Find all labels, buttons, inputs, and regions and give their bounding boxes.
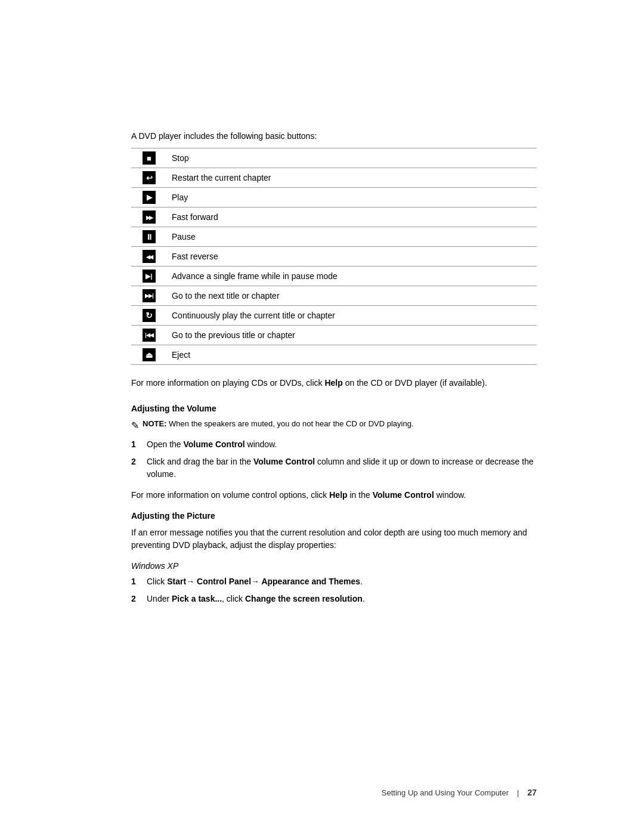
step-text: Under Pick a task..., click Change the s…	[147, 593, 365, 605]
table-row: Eject	[131, 345, 537, 365]
next-title-description: Go to the next title or chapter	[167, 286, 537, 306]
volume-steps-list: 1 Open the Volume Control window. 2 Clic…	[131, 438, 537, 481]
intro-text: A DVD player includes the following basi…	[131, 131, 537, 141]
volume-closing-text: For more information on volume control o…	[131, 489, 537, 501]
step-number: 1	[131, 438, 141, 451]
os-label: Windows XP	[131, 561, 537, 571]
footer-paragraph: For more information on playing CDs or D…	[131, 377, 537, 389]
page-footer: Setting Up and Using Your Computer | 27	[382, 788, 537, 797]
table-row: |◀◀ Go to the previous title or chapter	[131, 326, 537, 345]
list-item: 1 Click Start→ Control Panel→ Appearance…	[131, 575, 537, 588]
restart-icon	[143, 171, 156, 184]
picture-steps-list: 1 Click Start→ Control Panel→ Appearance…	[131, 575, 537, 605]
buttons-table: Stop Restart the current chapter Play Fa…	[131, 148, 537, 365]
fast-forward-description: Fast forward	[167, 208, 537, 227]
list-item: 2 Under Pick a task..., click Change the…	[131, 593, 537, 605]
stop-icon	[143, 151, 156, 165]
note-text: NOTE: When the speakers are muted, you d…	[143, 419, 414, 428]
step-number: 2	[131, 456, 141, 481]
step-text: Click Start→ Control Panel→ Appearance a…	[147, 575, 363, 588]
footer-pipe: |	[517, 788, 519, 797]
note-content: When the speakers are muted, you do not …	[169, 419, 413, 428]
table-row: Stop	[131, 148, 537, 168]
list-item: 1 Open the Volume Control window.	[131, 438, 537, 451]
pause-icon	[143, 230, 156, 243]
note-block: ✎ NOTE: When the speakers are muted, you…	[131, 419, 537, 431]
step-text: Open the Volume Control window.	[147, 438, 277, 451]
next-title-icon: ▶▶|	[143, 289, 156, 302]
picture-intro-text: If an error message notifies you that th…	[131, 527, 537, 552]
repeat-description: Continuously play the current title or c…	[167, 306, 537, 326]
fast-forward-icon	[143, 210, 156, 224]
play-icon	[143, 191, 156, 204]
pause-description: Pause	[167, 227, 537, 247]
page-number: 27	[527, 788, 537, 797]
table-row: Pause	[131, 227, 537, 247]
page-container: A DVD player includes the following basi…	[0, 0, 644, 833]
note-icon: ✎	[131, 420, 139, 431]
prev-title-icon: |◀◀	[143, 329, 156, 342]
repeat-icon	[143, 309, 156, 322]
table-row: Advance a single frame while in pause mo…	[131, 267, 537, 286]
step-number: 1	[131, 575, 141, 588]
frame-advance-icon	[143, 270, 156, 283]
restart-description: Restart the current chapter	[167, 168, 537, 188]
table-row: Play	[131, 188, 537, 208]
fast-reverse-icon	[143, 250, 156, 263]
table-row: Continuously play the current title or c…	[131, 306, 537, 326]
table-row: Fast reverse	[131, 247, 537, 267]
eject-icon	[143, 348, 156, 361]
step-text: Click and drag the bar in the Volume Con…	[147, 456, 537, 481]
frame-advance-description: Advance a single frame while in pause mo…	[167, 267, 537, 286]
table-row: Fast forward	[131, 208, 537, 227]
table-row: ▶▶| Go to the next title or chapter	[131, 286, 537, 306]
footer-label: Setting Up and Using Your Computer	[382, 788, 509, 797]
list-item: 2 Click and drag the bar in the Volume C…	[131, 456, 537, 481]
play-description: Play	[167, 188, 537, 208]
stop-description: Stop	[167, 148, 537, 168]
adjusting-picture-heading: Adjusting the Picture	[131, 511, 537, 521]
note-label: NOTE:	[143, 419, 166, 428]
adjusting-volume-heading: Adjusting the Volume	[131, 404, 537, 413]
prev-title-description: Go to the previous title or chapter	[167, 326, 537, 345]
table-row: Restart the current chapter	[131, 168, 537, 188]
fast-reverse-description: Fast reverse	[167, 247, 537, 267]
step-number: 2	[131, 593, 141, 605]
eject-description: Eject	[167, 345, 537, 365]
